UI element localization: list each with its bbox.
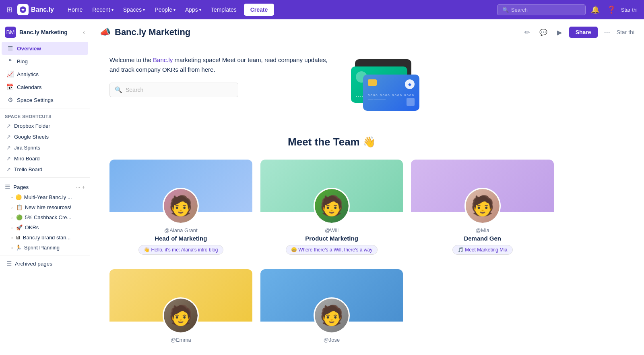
calendars-icon: 📅 [6,83,14,91]
page-label-multiyear: Multi-Year Banc.ly ... [24,194,72,200]
bullet-icon: • [11,195,13,200]
grid-icon[interactable]: ⊞ [6,5,12,14]
logo[interactable]: Banc.ly [17,4,54,15]
sidebar-item-analytics[interactable]: 📈 Analytics [2,68,88,81]
page-label-cashback: 5% Cashback Cre... [25,214,72,220]
page-item-sprint[interactable]: • 🏃 Sprint Planning [2,243,88,253]
team-card-bg-jose: 🧑 [260,269,403,322]
edit-button[interactable]: ✏ [521,26,534,39]
avatar-will: 🧑 [314,188,350,224]
help-button[interactable]: ❓ [605,3,618,16]
avatar-mia: 🧑 [464,188,501,224]
hero-search-text: Search [126,87,143,93]
page-item-multiyear[interactable]: • 🟡 Multi-Year Banc.ly ... [2,192,88,202]
page-item-brand[interactable]: • 🖥 Banc.ly brand stan... [2,233,88,243]
share-button[interactable]: Share [569,27,598,38]
page-icon: 📣 [100,27,111,37]
nav-spaces[interactable]: Spaces ▾ [119,4,149,15]
page-item-okrs[interactable]: › 🚀 OKRs [2,222,88,233]
bullet-icon-2: • [11,235,13,240]
external-link-icon-5: ↗ [6,166,11,172]
team-link-will[interactable]: 😄 Where there's a Will, there's a way [286,245,378,255]
shortcut-dropbox[interactable]: ↗ Dropbox Folder [2,120,88,131]
card-chip [368,79,377,86]
star-button[interactable]: Star thi [617,29,634,35]
page-emoji-multiyear: 🟡 [15,194,22,200]
sidebar-item-overview[interactable]: ☰ Overview [2,42,88,55]
page-item-newhire[interactable]: › 📋 New hire resources! [2,202,88,212]
chevron-icon-2: › [11,215,13,220]
shortcut-trello-label: Trello Board [14,166,42,172]
page-body: Welcome to the Banc.ly marketing space! … [90,42,573,355]
team-card-mia: 🧑 @Mia Demand Gen 🎵 Meet Marketing Mia [411,160,554,261]
space-name: Banc.ly Marketing [19,29,80,35]
nav-recent[interactable]: Recent ▾ [88,4,117,15]
page-emoji-newhire: 📋 [16,204,23,210]
nav-apps[interactable]: Apps ▾ [181,4,205,15]
sidebar-item-blog[interactable]: ❝ Blog + [2,55,88,68]
meet-team-title: Meet the Team 👋 [109,136,554,148]
page-emoji-sprint: 🏃 [15,245,22,251]
hero-link[interactable]: Banc.ly [153,56,173,63]
search-box[interactable]: 🔍 Search [497,4,586,15]
notifications-button[interactable]: 🔔 [589,3,602,16]
shortcut-jira[interactable]: ↗ Jira Sprints [2,142,88,153]
hero-search-box[interactable]: 🔍 Search [109,83,238,97]
page-actions: ✏ 💬 ▶ Share ··· Star thi [521,26,634,39]
hero-description: Welcome to the Banc.ly marketing space! … [109,55,335,75]
nav-links: Home Recent ▾ Spaces ▾ People ▾ Apps ▾ T… [64,4,494,16]
create-button[interactable]: Create [244,4,275,16]
comment-button[interactable]: 💬 [537,26,550,39]
page-emoji-cashback: 🟢 [16,214,23,220]
pages-icon: ☰ [5,183,10,191]
pages-more-icon[interactable]: ··· [76,184,80,190]
hero-illustration: •••• •••• •••• •••• ◈ 0000 0000 0000 000… [351,55,431,120]
archived-pages[interactable]: ☰ Archived pages [2,257,88,270]
team-grid: 🧑 @Alana Grant Head of Marketing 👋 Hello… [109,160,554,353]
hero-text: Welcome to the Banc.ly marketing space! … [109,55,335,97]
page-label-okrs: OKRs [25,224,39,230]
nav-right: 🔍 Search 🔔 ❓ Star thi [497,3,638,16]
present-button[interactable]: ▶ [553,26,566,39]
collapse-button[interactable]: ‹ [83,29,85,36]
sidebar-header: BM Banc.ly Marketing ‹ [0,24,90,42]
sidebar-label-calendars: Calendars [17,84,83,90]
shortcut-miro-label: Miro Board [14,156,40,162]
avatar-jose: 🧑 [314,297,350,334]
shortcut-google-sheets[interactable]: ↗ Google Sheets [2,131,88,142]
page-item-cashback[interactable]: › 🟢 5% Cashback Cre... [2,212,88,222]
sidebar-label-analytics: Analytics [17,71,83,77]
archived-label: Archived pages [15,261,52,267]
main-content: 📣 Banc.ly Marketing ✏ 💬 ▶ Share ··· Star… [90,19,644,355]
more-options-button[interactable]: ··· [601,27,613,38]
team-link-mia[interactable]: 🎵 Meet Marketing Mia [452,245,513,255]
chevron-icon: › [11,205,13,210]
avatar-emma: 🧑 [163,297,199,334]
star-label[interactable]: Star thi [621,7,638,13]
shortcut-miro[interactable]: ↗ Miro Board [2,153,88,164]
sidebar-label-overview: Overview [17,46,83,52]
team-card-bg-mia: 🧑 [411,160,554,212]
shortcut-trello[interactable]: ↗ Trello Board [2,164,88,175]
page-label-newhire: New hire resources! [25,204,72,210]
page-emoji-okrs: 🚀 [16,224,23,230]
card-blue: ◈ 0000 0000 0000 0000 —— ———— [363,75,419,111]
sidebar-item-calendars[interactable]: 📅 Calendars [2,81,88,93]
nav-home[interactable]: Home [64,4,87,15]
nav-people[interactable]: People ▾ [151,4,180,15]
sidebar-item-space-settings[interactable]: ⚙ Space Settings [2,93,88,106]
hero-search-icon: 🔍 [115,86,122,93]
page-label-sprint: Sprint Planning [24,245,60,251]
team-name-alana: Head of Marketing [116,235,246,242]
team-card-bg-emma: 🧑 [109,269,252,322]
hero-section: Welcome to the Banc.ly marketing space! … [109,55,554,120]
shortcut-google-sheets-label: Google Sheets [14,134,49,140]
sidebar-label-space-settings: Space Settings [17,97,83,103]
space-icon: BM [5,27,16,38]
nav-templates[interactable]: Templates [207,4,241,15]
pages-section-header[interactable]: ☰ Pages ··· + [0,179,90,192]
pages-add-icon[interactable]: + [82,184,85,190]
team-link-alana[interactable]: 👋 Hello, it's me: Alana's intro blog [138,245,223,255]
team-name-will: Product Marketing [267,235,397,242]
external-link-icon: ↗ [6,123,11,129]
